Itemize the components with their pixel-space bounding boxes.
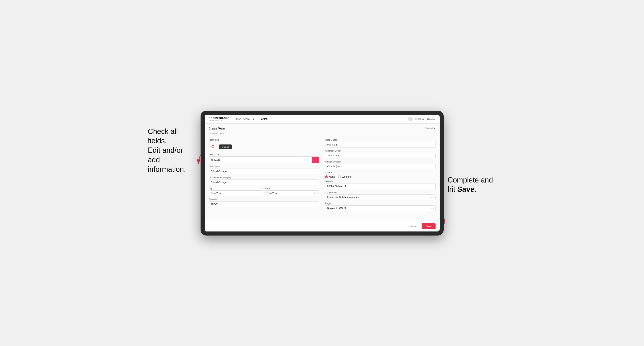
division-select-wrap: NCAA Division III ⌄ xyxy=(325,183,436,189)
tablet-frame: SCOREBOARD Powered by clippit TOURNAMENT… xyxy=(200,111,444,235)
navbar-user: Test User | Sign out xyxy=(408,117,436,121)
cancel-top-button[interactable]: Cancel ✕ xyxy=(425,127,435,130)
zip-label: Zip code xyxy=(209,198,319,200)
region-field: Region Region II - (M) DIII ✕ ⌄ xyxy=(325,202,436,211)
navbar: SCOREBOARD Powered by clippit TOURNAMENT… xyxy=(204,115,440,124)
city-field: City xyxy=(209,187,263,196)
clear-icon: ✕ xyxy=(314,192,316,194)
form-title: Create Team xyxy=(209,127,225,130)
chevron-down-icon: ⌄ xyxy=(433,196,434,198)
athletic-director-input[interactable] xyxy=(325,164,436,169)
conference-label: Conference xyxy=(325,191,436,194)
user-name: Test User | xyxy=(415,118,425,120)
logo-area: C Upload xyxy=(209,143,319,151)
assistant-coach-field: Assistant Coach xyxy=(325,150,436,159)
conference-select-wrap: University Athletic Association ✕ ⌄ xyxy=(325,194,436,200)
display-name-label: Display name (unique) xyxy=(209,176,319,179)
state-field: State New York ✕ ⌄ xyxy=(264,187,319,196)
upload-button[interactable]: Upload xyxy=(219,145,232,149)
team-logo-field: Team logo C Upload xyxy=(209,139,319,151)
head-coach-field: Head Coach xyxy=(325,139,436,148)
city-input[interactable] xyxy=(209,190,263,196)
radio-dot-mens xyxy=(325,175,328,178)
gender-field: Gender Mens Womens xyxy=(325,172,436,178)
division-field: Division NCAA Division III ⌄ xyxy=(325,180,436,189)
form-left: Team logo C Upload Team colour xyxy=(209,139,319,211)
conference-field: Conference University Athletic Associati… xyxy=(325,191,436,200)
form-header: Create Team Cancel ✕ xyxy=(209,127,436,130)
colour-text-input[interactable] xyxy=(209,157,312,163)
radio-mens[interactable]: Mens xyxy=(325,175,335,178)
region-select-icons: ✕ ⌄ xyxy=(430,207,434,209)
radio-womens[interactable]: Womens xyxy=(338,175,352,178)
tablet-screen: SCOREBOARD Powered by clippit TOURNAMENT… xyxy=(204,115,440,231)
brand-name: SCOREBOARD xyxy=(209,117,230,120)
tab-tournaments[interactable]: TOURNAMENTS xyxy=(236,115,254,123)
conference-select-icons: ✕ ⌄ xyxy=(430,196,434,198)
navbar-tabs: TOURNAMENTS TEAMS xyxy=(236,115,408,123)
division-select[interactable]: NCAA Division III xyxy=(325,183,436,189)
team-name-input[interactable] xyxy=(209,169,319,174)
main-content: Create Team Cancel ✕ TEAM DETAILS Team l… xyxy=(204,124,440,221)
division-label: Division xyxy=(325,180,436,183)
colour-input-wrap xyxy=(209,157,319,163)
head-coach-input[interactable] xyxy=(325,142,436,148)
athletic-director-label: Athletic Director xyxy=(325,161,436,163)
logo-circle: C xyxy=(209,143,217,151)
form-grid: Team logo C Upload Team colour xyxy=(209,139,436,211)
state-label: State xyxy=(264,187,319,189)
team-logo-label: Team logo xyxy=(209,139,319,141)
city-state-group: City State New York xyxy=(209,187,319,196)
annotation-right: Complete and hit Save. xyxy=(448,175,500,194)
state-select[interactable]: New York xyxy=(264,190,319,196)
region-select[interactable]: Region II - (M) DIII xyxy=(325,205,436,211)
chevron-down-icon: ⌄ xyxy=(316,192,318,194)
city-label: City xyxy=(209,187,263,189)
team-name-field: Team name xyxy=(209,165,319,174)
powered-by: Powered by clippit xyxy=(209,120,230,121)
team-name-label: Team name xyxy=(209,165,319,168)
city-state-row: City State New York xyxy=(209,187,319,196)
navbar-brand: SCOREBOARD Powered by clippit xyxy=(209,117,230,121)
gender-radio-group: Mens Womens xyxy=(325,175,436,178)
team-colour-label: Team colour xyxy=(209,153,319,156)
user-avatar xyxy=(408,117,413,121)
colour-swatch[interactable] xyxy=(312,157,319,163)
close-icon: ✕ xyxy=(434,127,436,130)
section-label: TEAM DETAILS xyxy=(209,133,436,136)
gender-label: Gender xyxy=(325,172,436,174)
cancel-button[interactable]: Cancel xyxy=(407,224,420,229)
clear-icon: ✕ xyxy=(430,196,432,198)
conference-select[interactable]: University Athletic Association xyxy=(325,194,436,200)
chevron-down-icon: ⌄ xyxy=(433,207,434,209)
sign-out-link[interactable]: Sign out xyxy=(427,118,435,120)
save-button[interactable]: Save xyxy=(422,223,435,229)
state-select-icons: ✕ ⌄ xyxy=(314,192,318,194)
state-select-wrap: New York ✕ ⌄ xyxy=(264,190,319,196)
region-select-wrap: Region II - (M) DIII ✕ ⌄ xyxy=(325,205,436,211)
zip-input[interactable] xyxy=(209,201,319,207)
form-right: Head Coach Assistant Coach Athletic Dire… xyxy=(325,139,436,211)
tab-teams[interactable]: TEAMS xyxy=(259,115,268,123)
zip-field: Zip code xyxy=(209,198,319,207)
region-label: Region xyxy=(325,202,436,204)
radio-dot-womens xyxy=(338,175,341,178)
annotation-left: Check all fields. Edit and/or add inform… xyxy=(148,127,196,174)
head-coach-label: Head Coach xyxy=(325,139,436,141)
form-footer: Cancel Save xyxy=(204,221,440,231)
assistant-coach-label: Assistant Coach xyxy=(325,150,436,152)
clear-icon: ✕ xyxy=(430,207,432,209)
assistant-coach-input[interactable] xyxy=(325,153,436,159)
team-colour-field: Team colour xyxy=(209,153,319,163)
display-name-field: Display name (unique) xyxy=(209,176,319,185)
display-name-input[interactable] xyxy=(209,179,319,185)
athletic-director-field: Athletic Director xyxy=(325,161,436,169)
